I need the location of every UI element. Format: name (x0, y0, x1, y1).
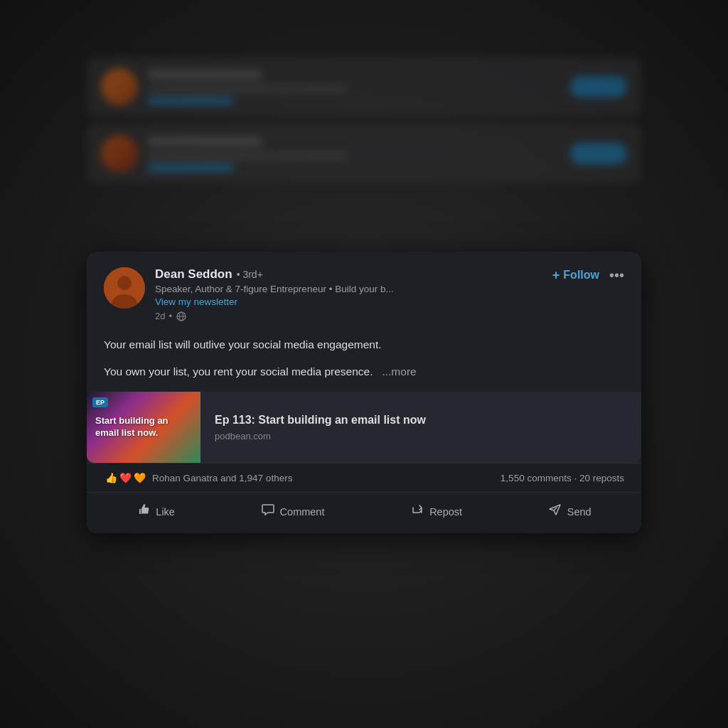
link-domain: podbean.com (215, 431, 426, 441)
link-thumbnail: EP Start building an email list now. (87, 392, 200, 463)
like-label: Like (156, 506, 175, 518)
more-options-button[interactable]: ••• (609, 267, 624, 284)
link-info: Ep 113: Start building an email list now… (200, 392, 440, 463)
send-label: Send (567, 506, 592, 518)
comment-icon (261, 503, 275, 520)
reactions-dot-separator: · (574, 473, 579, 483)
reactions-bar: 👍 ❤️ 🧡 Rohan Ganatra and 1,947 others 1,… (87, 463, 641, 492)
post-age: 2d (155, 311, 165, 321)
blurred-background (87, 57, 641, 191)
repost-button[interactable]: Repost (400, 497, 472, 526)
user-name: Dean Seddon (155, 267, 232, 282)
more-dots-icon: ••• (609, 267, 624, 284)
reactions-text: Rohan Ganatra and 1,947 others (152, 473, 292, 483)
bg-avatar-1 (101, 68, 138, 105)
user-title: Speaker, Author & 7-figure Entrepreneur … (155, 284, 394, 294)
bg-card-2 (87, 124, 641, 183)
bg-card-1 (87, 57, 641, 117)
bg-follow-btn-1 (570, 76, 627, 97)
svg-point-1 (117, 276, 132, 290)
user-left: Dean Seddon • 3rd+ Speaker, Author & 7-f… (104, 267, 394, 322)
user-newsletter-link[interactable]: View my newsletter (155, 296, 394, 307)
reaction-emojis: 👍 ❤️ 🧡 (104, 471, 146, 485)
link-badge: EP (92, 397, 108, 407)
post-content: Your email list will outlive your social… (87, 333, 641, 392)
action-buttons-row: Like Comment Repost (87, 492, 641, 533)
like-button[interactable]: Like (127, 497, 185, 526)
link-preview[interactable]: EP Start building an email list now. Ep … (87, 392, 641, 463)
reaction-like-emoji: 👍 (104, 471, 118, 485)
link-thumb-text: Start building an email list now. (87, 407, 200, 448)
follow-plus-icon: + (552, 268, 560, 283)
repost-label: Repost (429, 506, 462, 518)
bg-avatar-2 (101, 135, 138, 172)
avatar[interactable] (104, 267, 145, 309)
post-line-2: You own your list, you rent your social … (104, 363, 624, 380)
comment-button[interactable]: Comment (251, 497, 335, 526)
post-text: Your email list will outlive your social… (104, 336, 624, 380)
like-icon (136, 503, 151, 520)
link-title: Ep 113: Start building an email list now (215, 414, 426, 427)
post-meta: 2d • (155, 311, 394, 322)
svg-line-6 (554, 508, 557, 510)
reactions-right: 1,550 comments · 20 reposts (500, 473, 624, 483)
bg-info-2 (148, 136, 560, 171)
more-link[interactable]: ...more (382, 365, 416, 378)
post-line-1: Your email list will outlive your social… (104, 336, 624, 353)
avatar-image (104, 267, 145, 309)
comments-count: 1,550 comments (500, 473, 572, 483)
user-actions: + Follow ••• (552, 267, 624, 284)
globe-icon (176, 311, 187, 322)
page-wrapper: Dean Seddon • 3rd+ Speaker, Author & 7-f… (0, 0, 728, 728)
meta-separator: • (168, 311, 172, 321)
card-header: Dean Seddon • 3rd+ Speaker, Author & 7-f… (87, 252, 641, 333)
comment-label: Comment (280, 506, 325, 518)
reaction-heart-emoji: ❤️ (118, 471, 132, 485)
follow-label: Follow (563, 269, 599, 282)
bg-info-1 (148, 70, 560, 105)
send-icon (548, 503, 562, 520)
follow-button[interactable]: + Follow (552, 268, 599, 283)
user-name-row: Dean Seddon • 3rd+ (155, 267, 394, 282)
user-row: Dean Seddon • 3rd+ Speaker, Author & 7-f… (104, 267, 624, 322)
post-card: Dean Seddon • 3rd+ Speaker, Author & 7-f… (87, 252, 641, 533)
reactions-left: 👍 ❤️ 🧡 Rohan Ganatra and 1,947 others (104, 471, 292, 485)
user-degree: • 3rd+ (237, 269, 263, 280)
reaction-orange-heart-emoji: 🧡 (132, 471, 146, 485)
reposts-count: 20 reposts (579, 473, 624, 483)
send-button[interactable]: Send (538, 497, 601, 526)
bg-follow-btn-2 (570, 143, 627, 164)
user-info: Dean Seddon • 3rd+ Speaker, Author & 7-f… (155, 267, 394, 322)
repost-icon (410, 503, 424, 520)
